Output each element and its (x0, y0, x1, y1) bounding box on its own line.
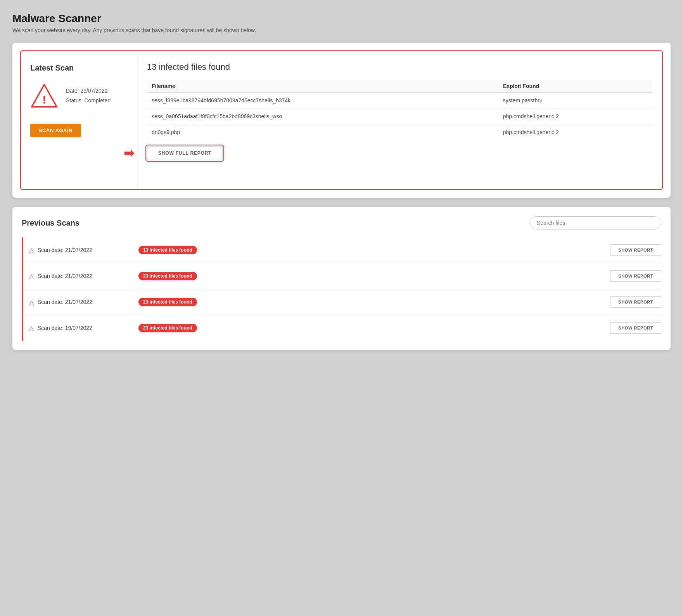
show-report-button[interactable]: SHOW REPORT (610, 322, 661, 334)
latest-scan-right-panel: 13 infected files found Filename Exploit… (137, 51, 662, 189)
infected-badge: 13 infected files found (138, 246, 197, 254)
scan-warn-icon: △ (29, 299, 34, 306)
col-filename: Filename (147, 80, 498, 93)
page-subtitle: We scan your website every day. Any prev… (12, 27, 671, 33)
list-item: △ Scan date: 21/07/2022 13 infected file… (22, 237, 661, 263)
list-item: △ Scan date: 21/07/2022 23 infected file… (22, 263, 661, 289)
infected-count-heading: 13 infected files found (147, 62, 653, 72)
table-row: sess_f389e1ba98794bfd695b7003a7d5ecc7she… (147, 93, 653, 109)
show-report-button[interactable]: SHOW REPORT (610, 270, 661, 282)
search-input[interactable] (529, 216, 661, 229)
arrow-icon: ➡ (124, 146, 134, 160)
latest-scan-left-panel: Latest Scan ! Date: 23/07/2022 Status: C… (21, 51, 137, 189)
scan-again-button[interactable]: SCAN AGAIN (30, 124, 81, 137)
infected-badge: 23 infected files found (138, 298, 197, 306)
show-report-button[interactable]: SHOW REPORT (610, 296, 661, 308)
latest-scan-label: Latest Scan (30, 64, 74, 72)
page-title: Malware Scanner (12, 12, 671, 25)
cell-exploit: php.cmdshell.generic.2 (498, 109, 653, 124)
show-full-report-button[interactable]: SHOW FULL REPORT (147, 146, 223, 160)
svg-text:!: ! (42, 93, 46, 106)
list-item: △ Scan date: 21/07/2022 23 infected file… (22, 289, 661, 315)
show-report-button[interactable]: SHOW REPORT (610, 244, 661, 256)
scan-date-label: Scan date: 19/07/2022 (38, 325, 115, 331)
latest-scan-card: Latest Scan ! Date: 23/07/2022 Status: C… (12, 43, 671, 198)
scan-warn-icon: △ (29, 324, 34, 332)
table-row: qn0gs9.php php.cmdshell.generic.2 (147, 124, 653, 140)
warning-triangle-icon: ! (30, 82, 58, 110)
latest-scan-inner: Latest Scan ! Date: 23/07/2022 Status: C… (20, 50, 663, 190)
scan-list: △ Scan date: 21/07/2022 13 infected file… (22, 237, 661, 341)
col-exploit: Exploit Found (498, 80, 653, 93)
show-full-report-row: ➡ SHOW FULL REPORT (147, 146, 653, 160)
cell-exploit: php.cmdshell.generic.2 (498, 124, 653, 140)
scan-status: Status: Completed (66, 96, 111, 105)
cell-exploit: system.passthru (498, 93, 653, 109)
infected-badge: 23 infected files found (138, 272, 197, 280)
infected-badge: 23 infected files found (138, 324, 197, 332)
warning-icon-wrap: ! Date: 23/07/2022 Status: Completed (30, 82, 111, 110)
list-item: △ Scan date: 19/07/2022 23 infected file… (22, 315, 661, 341)
scan-date: Date: 23/07/2022 (66, 86, 111, 96)
previous-scans-card: Previous Scans △ Scan date: 21/07/2022 1… (12, 207, 671, 350)
scan-meta: Date: 23/07/2022 Status: Completed (66, 86, 111, 105)
scan-date-label: Scan date: 21/07/2022 (38, 273, 115, 279)
prev-scans-title: Previous Scans (22, 219, 80, 228)
scan-date-label: Scan date: 21/07/2022 (38, 299, 115, 305)
table-row: sess_0a0651adaaf1f8f0cfc15ba2bd8069c3she… (147, 109, 653, 124)
cell-filename: sess_f389e1ba98794bfd695b7003a7d5ecc7she… (147, 93, 498, 109)
cell-filename: sess_0a0651adaaf1f8f0cfc15ba2bd8069c3she… (147, 109, 498, 124)
prev-scans-header: Previous Scans (22, 216, 661, 229)
infected-files-table: Filename Exploit Found sess_f389e1ba9879… (147, 80, 653, 140)
scan-date-label: Scan date: 21/07/2022 (38, 247, 115, 253)
scan-warn-icon: △ (29, 273, 34, 280)
prev-scans-content: Previous Scans △ Scan date: 21/07/2022 1… (12, 207, 671, 350)
cell-filename: qn0gs9.php (147, 124, 498, 140)
scan-warn-icon: △ (29, 247, 34, 254)
